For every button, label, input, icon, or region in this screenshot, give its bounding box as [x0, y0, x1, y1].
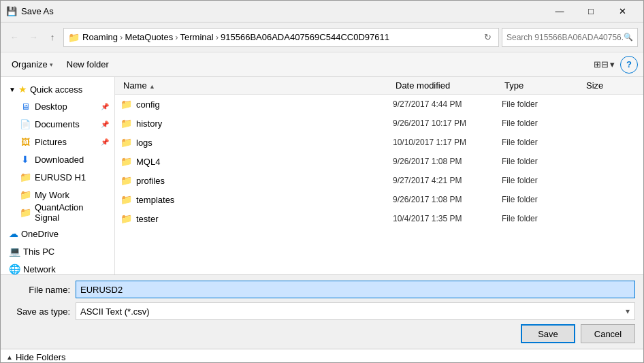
- addr-hash[interactable]: 915566BA06ADA407569C544CC0D97611: [221, 32, 389, 42]
- file-name: tester: [136, 214, 159, 224]
- table-row[interactable]: 📁 history 9/26/2017 10:17 PM File folder: [115, 114, 643, 133]
- thispc-label: This PC: [23, 247, 54, 257]
- network-label: Network: [23, 264, 56, 274]
- table-row[interactable]: 📁 tester 10/4/2017 1:35 PM File folder: [115, 209, 643, 228]
- onedrive-icon: ☁: [9, 228, 18, 239]
- table-row[interactable]: 📁 templates 9/26/2017 1:08 PM File folde…: [115, 190, 643, 209]
- up-button[interactable]: ↑: [44, 29, 61, 46]
- onedrive-header[interactable]: ☁ OneDrive: [1, 224, 114, 242]
- table-row[interactable]: 📁 profiles 9/27/2017 4:21 PM File folder: [115, 171, 643, 190]
- file-name: MQL4: [136, 157, 160, 167]
- quick-access-chevron: ▼: [9, 86, 16, 93]
- mywork-icon: 📁: [20, 189, 31, 200]
- sort-arrow-name: ▲: [149, 83, 155, 90]
- main-content: ▼ ★ Quick access 🖥 Desktop 📌 📄 Documents…: [1, 77, 643, 274]
- search-box[interactable]: 🔍: [502, 28, 638, 47]
- bottom-bar: File name: Save as type: ASCII Text (*.c…: [1, 274, 643, 349]
- save-as-dialog: 💾 Save As — □ ✕ ← → ↑ 📁 Roaming › MetaQu…: [0, 0, 644, 363]
- cancel-button[interactable]: Cancel: [581, 324, 635, 343]
- col-header-size[interactable]: Size: [583, 80, 638, 91]
- col-header-name[interactable]: Name ▲: [120, 80, 393, 91]
- file-type: File folder: [502, 119, 583, 128]
- sidebar-item-quantaction[interactable]: 📁 QuantAction Signal: [1, 204, 114, 221]
- sidebar-item-pictures[interactable]: 🖼 Pictures 📌: [1, 133, 114, 151]
- quick-access-star-icon: ★: [18, 84, 27, 95]
- button-row: Save Cancel: [9, 324, 635, 343]
- eurusd-icon: 📁: [20, 172, 31, 183]
- sidebar-item-quantaction-label: QuantAction Signal: [35, 202, 109, 223]
- address-folder-icon: 📁: [68, 32, 80, 43]
- addr-terminal[interactable]: Terminal: [180, 32, 214, 42]
- sidebar-item-desktop[interactable]: 🖥 Desktop 📌: [1, 97, 114, 115]
- hide-folders-label: Hide Folders: [16, 352, 66, 362]
- help-button[interactable]: ?: [620, 56, 638, 74]
- table-row[interactable]: 📁 config 9/27/2017 4:44 PM File folder: [115, 95, 643, 114]
- sidebar-item-documents-label: Documents: [35, 119, 80, 129]
- new-folder-button[interactable]: New folder: [61, 56, 114, 74]
- sidebar-item-downloaded-label: Downloaded: [35, 155, 84, 165]
- sidebar-item-eurusd-label: EURUSD H1: [35, 172, 86, 183]
- col-header-type[interactable]: Type: [502, 80, 583, 91]
- sidebar-item-pictures-label: Pictures: [35, 137, 67, 147]
- file-type: File folder: [502, 195, 583, 204]
- file-list-header: Name ▲ Date modified Type Size: [115, 77, 643, 95]
- folder-icon: 📁: [120, 156, 132, 167]
- new-folder-label: New folder: [67, 59, 109, 69]
- save-button[interactable]: Save: [521, 324, 575, 343]
- file-name: profiles: [136, 176, 165, 186]
- file-name: logs: [136, 138, 152, 148]
- filename-label: File name:: [9, 285, 70, 295]
- close-button[interactable]: ✕: [607, 1, 638, 22]
- maximize-button[interactable]: □: [575, 1, 607, 22]
- sidebar-item-desktop-label: Desktop: [35, 101, 67, 112]
- table-row[interactable]: 📁 MQL4 9/26/2017 1:08 PM File folder: [115, 152, 643, 171]
- file-date: 9/26/2017 1:08 PM: [393, 195, 502, 204]
- forward-button[interactable]: →: [25, 29, 42, 46]
- hide-folders-row[interactable]: ▲ Hide Folders: [1, 349, 643, 362]
- filename-row: File name:: [9, 281, 635, 298]
- dialog-title: Save As: [21, 6, 544, 16]
- address-bar[interactable]: 📁 Roaming › MetaQuotes › Terminal › 9155…: [63, 28, 499, 47]
- quick-access-label: Quick access: [30, 84, 82, 95]
- hide-folders-chevron: ▲: [6, 353, 13, 361]
- sidebar-item-downloaded[interactable]: ⬇ Downloaded: [1, 151, 114, 168]
- sidebar-item-documents[interactable]: 📄 Documents 📌: [1, 115, 114, 133]
- filename-input[interactable]: [76, 281, 635, 298]
- thispc-header[interactable]: 💻 This PC: [1, 242, 114, 259]
- address-parts: Roaming › MetaQuotes › Terminal › 915566…: [82, 32, 478, 42]
- folder-icon: 📁: [120, 99, 132, 110]
- desktop-pin-icon: 📌: [101, 103, 109, 110]
- onedrive-label: OneDrive: [21, 229, 59, 239]
- documents-pin-icon: 📌: [101, 121, 109, 128]
- network-header[interactable]: 🌐 Network: [1, 259, 114, 274]
- file-date: 9/26/2017 1:08 PM: [393, 157, 502, 166]
- saveastype-wrapper: ASCII Text (*.csv)CSV (*.csv)All Files (…: [76, 302, 635, 320]
- addr-roaming[interactable]: Roaming: [82, 32, 118, 42]
- window-controls: — □ ✕: [544, 1, 638, 22]
- view-chevron: ▾: [610, 59, 615, 69]
- file-type: File folder: [502, 176, 583, 185]
- sidebar-item-eurusd[interactable]: 📁 EURUSD H1: [1, 168, 114, 186]
- file-list-area: Name ▲ Date modified Type Size 📁 config …: [115, 77, 643, 274]
- network-icon: 🌐: [9, 264, 20, 274]
- folder-icon: 📁: [120, 213, 132, 224]
- search-input[interactable]: [506, 33, 624, 42]
- saveastype-select[interactable]: ASCII Text (*.csv)CSV (*.csv)All Files (…: [76, 302, 635, 320]
- addr-metaquotes[interactable]: MetaQuotes: [125, 32, 173, 42]
- col-header-date[interactable]: Date modified: [393, 80, 502, 91]
- pictures-pin-icon: 📌: [101, 138, 109, 146]
- back-button[interactable]: ←: [6, 29, 22, 46]
- quick-access-header[interactable]: ▼ ★ Quick access: [1, 80, 114, 97]
- view-button[interactable]: ⊞⊟ ▾: [591, 56, 617, 74]
- table-row[interactable]: 📁 logs 10/10/2017 1:17 PM File folder: [115, 133, 643, 152]
- sidebar-item-mywork[interactable]: 📁 My Work: [1, 186, 114, 204]
- refresh-button[interactable]: ↻: [481, 31, 494, 44]
- file-date: 9/27/2017 4:21 PM: [393, 176, 502, 185]
- file-name: history: [136, 119, 162, 129]
- sidebar-item-mywork-label: My Work: [35, 190, 69, 200]
- organize-button[interactable]: Organize ▾: [6, 56, 59, 74]
- file-name: config: [136, 99, 160, 110]
- search-icon: 🔍: [624, 33, 633, 42]
- minimize-button[interactable]: —: [544, 1, 575, 22]
- organize-label: Organize: [12, 59, 48, 69]
